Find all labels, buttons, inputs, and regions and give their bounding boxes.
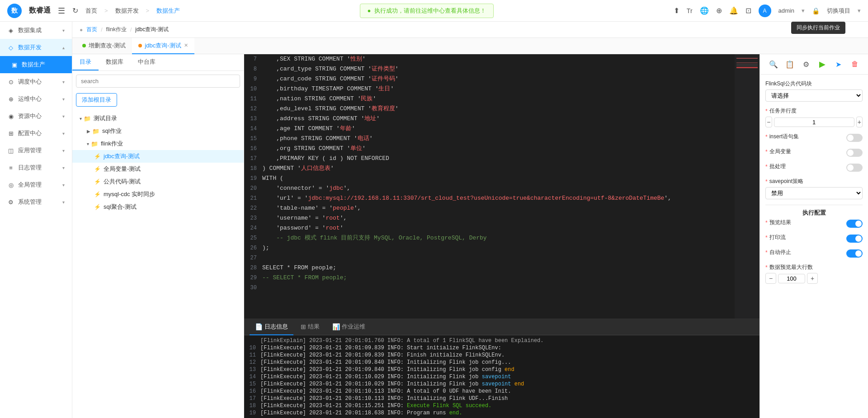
code-line-29: 29 -- SELECT * FROM people; (244, 273, 760, 283)
code-editor[interactable]: 7 ,SEX STRING COMMENT '性别' 8 ,card_type … (244, 54, 760, 319)
auto-stop-row: * 自动停止 (765, 249, 863, 258)
sidebar-item-ops[interactable]: ⊕ 运维中心 ▾ (0, 90, 72, 108)
success-icon: ● (368, 7, 371, 14)
sidebar-item-data-dev[interactable]: ◇ 数据开发 ▴ (0, 39, 72, 56)
log-line-19: 19 [FlinkExecute] 2023-01-21 20:01:18.63… (244, 409, 760, 417)
code-line-21: 21 'url' = 'jdbc:mysql://192.168.18.11:3… (244, 193, 760, 203)
ops-icon: ⊕ (7, 95, 14, 103)
sidebar-item-system[interactable]: ⚙ 系统管理 ▾ (0, 193, 72, 211)
run-toolbar-icon[interactable]: ▶ (816, 58, 829, 70)
sidebar-item-schedule[interactable]: ⊙ 调度中心 ▾ (0, 73, 72, 90)
tab-directory[interactable]: 目录 (72, 54, 99, 70)
switch-project[interactable]: 切换项目 (827, 7, 850, 15)
file-icon-global: ⚡ (94, 166, 101, 172)
fullscreen-icon[interactable]: ⊡ (745, 6, 751, 15)
tree-item-root[interactable]: ▾ 📁 测试目录 (72, 112, 244, 125)
search-input[interactable] (76, 75, 240, 88)
topbar: 数 数睿通 ☰ ↻ 首页 > 数据开发 > 数据生产 ● 执行成功，请前往运维中… (0, 0, 868, 22)
settings-toolbar-icon[interactable]: ⚙ (800, 58, 812, 70)
exec-config-title: 执行配置 (765, 205, 863, 219)
sidebar-item-data-prod[interactable]: ▣ 数据生产 (0, 56, 72, 73)
concurrency-decrement[interactable]: − (765, 117, 772, 127)
auto-stop-toggle[interactable] (846, 249, 863, 258)
file-icon-sql-agg: ⚡ (94, 204, 101, 210)
insert-toggle[interactable] (846, 134, 863, 142)
delete-toolbar-icon[interactable]: 🗑 (849, 58, 861, 70)
lock-icon: 🔒 (812, 7, 820, 14)
preview-row: * 预览结果 (765, 219, 863, 228)
code-line-17: 17 ,PRIMARY KEY ( id ) NOT ENFORCED (244, 154, 760, 164)
tab-close-icon[interactable]: ✕ (184, 42, 188, 48)
tab-jdbc[interactable]: jdbc查询-测试 ✕ (132, 38, 194, 54)
sidebar-item-config[interactable]: ⊞ 配置中心 ▾ (0, 125, 72, 142)
tab-bar: 增删查改-测试 jdbc查询-测试 ✕ (72, 38, 868, 54)
code-line-26: 26 ); (244, 243, 760, 253)
breadcrumb-home[interactable]: 首页 (85, 7, 97, 15)
breadcrumb: ● 首页 / flink作业 / jdbc查询-测试 (72, 22, 868, 38)
username[interactable]: admin (778, 7, 794, 14)
chevron-down-icon-2: ▾ (62, 80, 65, 85)
sidebar-item-global[interactable]: ◎ 全局管理 ▾ (0, 176, 72, 193)
copy-toolbar-icon[interactable]: 📋 (783, 58, 796, 70)
tree-item-flink[interactable]: ▾ 📁 flink作业 (72, 137, 244, 150)
tree-item-sql[interactable]: ▶ 📁 sql作业 (72, 125, 244, 137)
preview-toggle[interactable] (846, 220, 863, 228)
code-line-30: 30 (244, 283, 760, 293)
sidebar-item-resource[interactable]: ◉ 资源中心 ▾ (0, 108, 72, 125)
max-rows-increment[interactable]: + (807, 273, 818, 284)
tree-item-global-var[interactable]: ⚡ 全局变量-测试 (72, 163, 244, 175)
sidebar-item-log[interactable]: ≡ 日志管理 ▾ (0, 159, 72, 176)
bell-icon[interactable]: 🔔 (729, 6, 738, 15)
tree-item-sql-agg[interactable]: ⚡ sql聚合-测试 (72, 201, 244, 213)
code-line-22: 22 'table-name' = 'people', (244, 203, 760, 213)
editor-right-wrapper: 7 ,SEX STRING COMMENT '性别' 8 ,card_type … (244, 54, 760, 418)
log-icon: ≡ (7, 164, 14, 171)
sidebar-item-app[interactable]: ◫ 应用管理 ▾ (0, 142, 72, 159)
resource-icon: ◉ (7, 113, 14, 120)
tab-mid-library[interactable]: 中台库 (131, 54, 163, 70)
chevron-down-icon-6: ▾ (62, 148, 65, 153)
batch-toggle[interactable] (846, 164, 863, 172)
menu-toggle-icon[interactable]: ☰ (58, 6, 65, 16)
concurrency-value[interactable] (774, 117, 854, 127)
file-icon-public: ⚡ (94, 178, 101, 185)
tree-item-public-code[interactable]: ⚡ 公共代码-测试 (72, 175, 244, 188)
search-toolbar-icon[interactable]: 🔍 (767, 58, 780, 70)
refresh-icon[interactable]: ↻ (72, 6, 78, 15)
log-line-12: 12 [FlinkExecute] 2023-01-21 20:01:09.84… (244, 359, 760, 366)
code-line-20: 20 'connector' = 'jdbc', (244, 183, 760, 193)
tree-item-jdbc[interactable]: ⚡ jdbc查询-测试 (72, 150, 244, 163)
flinksql-select[interactable]: 请选择 (765, 89, 863, 102)
send-toolbar-icon[interactable]: ➤ (832, 58, 845, 70)
max-rows-value[interactable] (778, 274, 805, 283)
max-rows-decrement[interactable]: − (765, 273, 776, 284)
search-box (76, 75, 240, 88)
global-icon[interactable]: 🌐 (700, 6, 709, 15)
code-line-15: 15 ,phone STRING COMMENT '电话' (244, 134, 760, 144)
add-directory-button[interactable]: 添加根目录 (76, 93, 117, 107)
print-toggle[interactable] (846, 235, 863, 243)
concurrency-increment[interactable]: + (856, 117, 863, 127)
translate-icon[interactable]: Tr (687, 7, 693, 14)
chevron-down-icon-5: ▾ (62, 131, 65, 136)
upload-icon[interactable]: ⬆ (674, 6, 679, 15)
sidebar-item-data-integration[interactable]: ◈ 数据集成 ▾ (0, 22, 72, 39)
bottom-tab-logs[interactable]: 📄 日志信息 (250, 319, 293, 335)
tab-add-del[interactable]: 增删查改-测试 (76, 38, 132, 54)
breadcrumb-data-dev[interactable]: 数据开发 (115, 7, 139, 15)
add-root-dir-btn[interactable]: 添加根目录 (76, 93, 240, 107)
tab-database[interactable]: 数据库 (99, 54, 131, 70)
data-prod-icon: ▣ (11, 61, 18, 68)
result-tab-icon: ⊞ (301, 323, 306, 330)
chevron-down-icon-9: ▾ (62, 200, 65, 205)
file-icon-jdbc: ⚡ (94, 153, 101, 160)
savepoint-select[interactable]: 禁用 (765, 187, 863, 199)
breadcrumb-data-prod[interactable]: 数据生产 (156, 7, 180, 15)
breadcrumb-home-link[interactable]: 首页 (86, 26, 97, 33)
app-logo: 数 (7, 4, 22, 18)
bottom-tab-results[interactable]: ⊞ 结果 (295, 319, 325, 335)
tree-item-mysql-cdc[interactable]: ⚡ mysql-cdc 实时同步 (72, 188, 244, 201)
global-var-toggle[interactable] (846, 149, 863, 157)
bottom-tab-ops[interactable]: 📊 作业运维 (327, 319, 371, 335)
github-icon[interactable]: ⊕ (716, 6, 722, 15)
